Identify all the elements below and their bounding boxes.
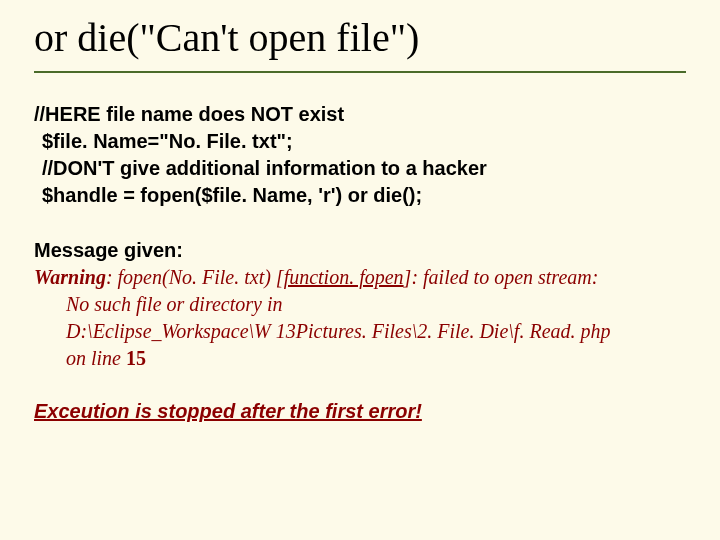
- code-line-1: $file. Name="No. File. txt";: [42, 128, 686, 155]
- code-line-2: $handle = fopen($file. Name, 'r') or die…: [42, 182, 686, 209]
- slide-title: or die("Can't open file"): [34, 10, 686, 73]
- message-label: Message given:: [34, 237, 686, 264]
- warning-word: Warning: [34, 266, 106, 288]
- code-comment-2: //DON'T give additional information to a…: [42, 155, 686, 182]
- code-comment-1: //HERE file name does NOT exist: [34, 101, 686, 128]
- warning-after: : fopen(No. File. txt) [: [106, 266, 284, 288]
- on-line-text: on line: [66, 347, 126, 369]
- message-body: Warning: fopen(No. File. txt) [function.…: [34, 264, 686, 372]
- after-link: ]: failed to open stream:: [404, 266, 599, 288]
- stop-line: Exceution is stopped after the first err…: [34, 400, 686, 423]
- function-link[interactable]: function. fopen: [284, 266, 404, 288]
- message-line-2: No such file or directory in: [66, 291, 686, 318]
- message-line-4: on line 15: [66, 345, 686, 372]
- slide: or die("Can't open file") //HERE file na…: [0, 0, 720, 540]
- code-block: //HERE file name does NOT exist $file. N…: [34, 101, 686, 209]
- message-block: Message given: Warning: fopen(No. File. …: [34, 237, 686, 372]
- line-number: 15: [126, 347, 146, 369]
- message-line-3: D:\Eclipse_Workspace\W 13Pictures. Files…: [66, 318, 686, 345]
